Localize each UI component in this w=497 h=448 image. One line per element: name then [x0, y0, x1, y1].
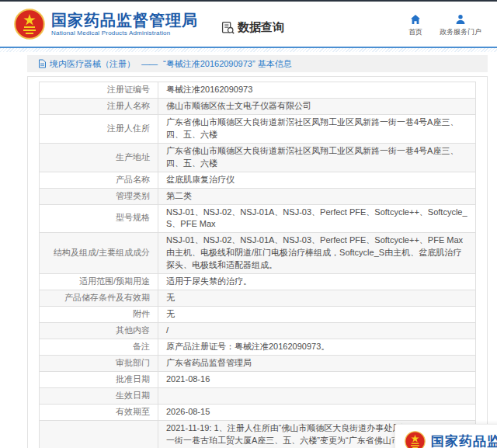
row-value: NSJ-01、NSJ-02、NSJ-01A、NSJ-03、Perfect PFE…: [158, 233, 476, 274]
table-row: 有效期至 2026-08-15: [40, 404, 476, 420]
row-label: 附件: [40, 307, 158, 323]
row-value: /: [158, 323, 476, 339]
row-label: 型号规格: [40, 204, 158, 233]
table-row: 适用范围/预期用途 适用于尿失禁的治疗。: [40, 274, 476, 290]
floating-agency-badge: 国家药品监: [394, 424, 497, 448]
row-label: 管理类别: [40, 188, 158, 204]
row-label: 产品储存条件及有效期: [40, 290, 158, 307]
table-row: 批准日期 2021-08-16: [40, 371, 476, 387]
gov-portal-label: 政务服务门户: [440, 27, 481, 37]
table-row: 注册人住所 广东省佛山市顺德区大良街道新滘社区凤翔工业区凤新路一街一巷4号A座三…: [40, 114, 476, 143]
row-label: 审批部门: [40, 355, 158, 371]
registration-info-panel: 注册证编号 粤械注准20162090973 注册人名称 佛山市顺德区依士文电子仪…: [27, 76, 488, 448]
national-emblem-logo: [14, 9, 45, 40]
row-value: 原产品注册证号：粤械注准20162090973。: [158, 339, 476, 355]
site-header: 国家药品监督管理局 National Medical Products Admi…: [0, 2, 497, 47]
national-emblem-logo: [405, 431, 426, 448]
row-value: 第二类: [158, 188, 476, 204]
table-row: 管理类别 第二类: [40, 188, 476, 204]
row-value: 佛山市顺德区依士文电子仪器有限公司: [158, 98, 476, 114]
row-value: 无: [158, 290, 476, 307]
data-query-icon: [221, 21, 235, 34]
row-value: 广东省佛山市顺德区大良街道新滘社区凤翔工业区凤新路一街一巷4号A座三、四、五、六…: [158, 114, 476, 143]
table-row: 注册人名称 佛山市顺德区依士文电子仪器有限公司: [40, 98, 476, 114]
breadcrumb-separator: ——: [141, 59, 157, 68]
row-label: 变更情况: [40, 420, 158, 448]
header-right-nav: 首页 政务服务门户: [408, 14, 481, 37]
row-label: 产品名称: [40, 172, 158, 188]
table-row: 生效日期: [40, 387, 476, 404]
row-label: 有效期至: [40, 404, 158, 420]
table-row: 其他内容 /: [40, 323, 476, 339]
home-icon: [410, 14, 421, 25]
registration-info-table: 注册证编号 粤械注准20162090973 注册人名称 佛山市顺德区依士文电子仪…: [39, 82, 476, 448]
nav-home[interactable]: 首页: [408, 14, 422, 37]
home-label: 首页: [408, 27, 422, 37]
row-value: 广东省佛山市顺德区大良街道新滘社区凤翔工业区凤新路一街一巷4号A座三、四、五、六…: [158, 143, 476, 172]
row-value: [158, 387, 476, 404]
agency-name-cn: 国家药品监督管理局: [51, 12, 198, 29]
agency-title-block: 国家药品监督管理局 National Medical Products Admi…: [51, 12, 198, 37]
row-value: 无: [158, 307, 476, 323]
row-value: NSJ-01、NSJ-02、NSJ-01A、NSJ-03、Perfect PFE…: [158, 204, 476, 233]
row-label: 生效日期: [40, 387, 158, 404]
row-value: 广东省药品监督管理局: [158, 355, 476, 371]
row-label: 注册人住所: [40, 114, 158, 143]
table-row: 备注 原产品注册证号：粤械注准20162090973。: [40, 339, 476, 355]
breadcrumb-section[interactable]: 境内医疗器械（注册）: [50, 58, 135, 70]
table-row: 产品储存条件及有效期 无: [40, 290, 476, 307]
row-value: 2021-08-16: [158, 371, 476, 387]
header-divider-hatch: [0, 48, 497, 52]
row-label: 生产地址: [40, 143, 158, 172]
row-label: 其他内容: [40, 323, 158, 339]
table-row: 结构及组成/主要组成成分 NSJ-01、NSJ-02、NSJ-01A、NSJ-0…: [40, 233, 476, 274]
table-row: 生产地址 广东省佛山市顺德区大良街道新滘社区凤翔工业区凤新路一街一巷4号A座三、…: [40, 143, 476, 172]
row-label: 备注: [40, 339, 158, 355]
nav-gov-portal[interactable]: 政务服务门户: [440, 14, 481, 37]
table-row: 审批部门 广东省药品监督管理局: [40, 355, 476, 371]
table-row: 产品名称 盆底肌康复治疗仪: [40, 172, 476, 188]
data-query-label: 数据查询: [238, 20, 284, 35]
breadcrumb-title: “粤械注准20162090973” 基本信息: [163, 58, 292, 70]
row-label: 批准日期: [40, 371, 158, 387]
row-label: 结构及组成/主要组成成分: [40, 233, 158, 274]
main-content: 境内医疗器械（注册） —— “粤械注准20162090973” 基本信息 注册证…: [27, 55, 488, 448]
table-row: 型号规格 NSJ-01、NSJ-02、NSJ-01A、NSJ-03、Perfec…: [40, 204, 476, 233]
badge-agency-name: 国家药品监: [431, 432, 497, 448]
nav-data-query[interactable]: 数据查询: [221, 20, 284, 35]
agency-name-en: National Medical Products Administration: [51, 30, 198, 37]
table-row: 注册证编号 粤械注准20162090973: [40, 82, 476, 99]
document-icon: [38, 59, 47, 68]
table-row: 附件 无: [40, 307, 476, 323]
row-label: 注册证编号: [40, 82, 158, 99]
row-value: 2026-08-15: [158, 404, 476, 420]
row-value: 盆底肌康复治疗仪: [158, 172, 476, 188]
row-label: 适用范围/预期用途: [40, 274, 158, 290]
user-icon: [455, 14, 466, 25]
row-value: 粤械注准20162090973: [158, 82, 476, 99]
row-value: 适用于尿失禁的治疗。: [158, 274, 476, 290]
breadcrumb: 境内医疗器械（注册） —— “粤械注准20162090973” 基本信息: [27, 55, 488, 72]
row-label: 注册人名称: [40, 98, 158, 114]
